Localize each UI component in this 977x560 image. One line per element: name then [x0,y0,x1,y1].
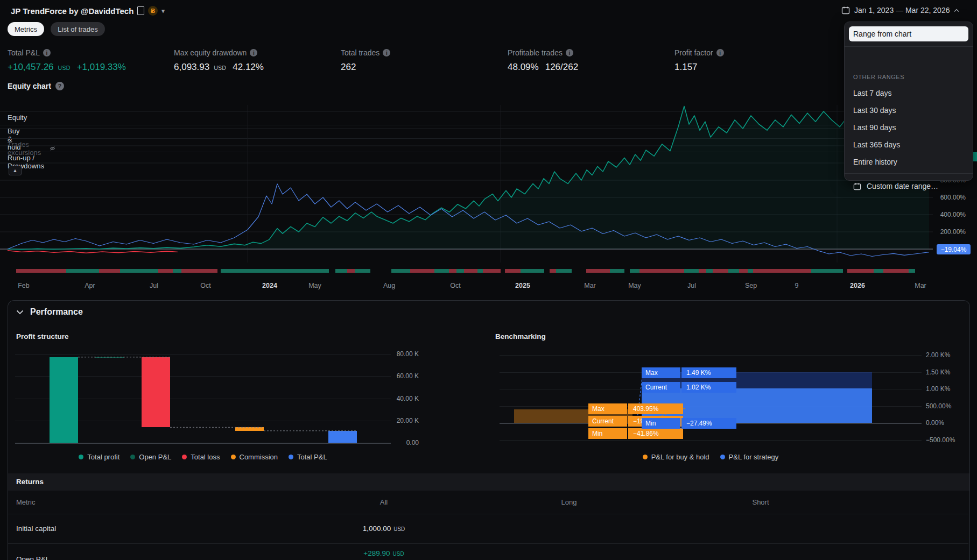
date-range-text: Jan 1, 2023 — Mar 22, 2026 [854,6,950,15]
profit-structure-legend: Total profitOpen P&LTotal lossCommission… [15,453,391,461]
trade-segment-win [391,269,410,273]
x-axis-label: Apr [85,282,95,289]
info-icon[interactable]: i [250,49,257,56]
help-icon[interactable]: ? [55,82,64,90]
col-header-metric[interactable]: Metric [16,498,35,506]
trade-segment-win [811,269,843,273]
menu-item-last-30-days[interactable]: Last 30 days [845,103,973,118]
performance-header[interactable]: Performance [16,307,83,317]
strategy-tester-page: JP TrendForce by @DaviddTech Ƀ ▾ Metrics… [0,0,977,560]
info-icon[interactable]: i [716,49,724,56]
y-axis-label: 0.00 [396,439,419,446]
trade-segment-win [874,269,883,273]
trade-segment-win [521,269,544,273]
col-header-all[interactable]: All [380,498,388,506]
legend-item[interactable]: P&L for buy & hold [643,453,709,461]
currency-suffix: USD [58,65,71,71]
metric-main-value: 6,093.93 [174,62,209,73]
metric-label: Profitable tradesi [508,48,578,57]
bar-open-p-l[interactable] [95,357,124,358]
legend-item[interactable]: Total loss [182,453,220,461]
menu-separator [845,46,973,47]
info-icon[interactable]: i [566,49,573,56]
trade-segment-win [748,269,753,273]
x-axis-label: Mar [584,282,596,289]
gridline [15,443,391,444]
trade-segment-loss [639,269,684,273]
trade-segment-win [477,269,483,273]
legend-label: P&L for strategy [729,453,779,461]
stat-value: 403.95% [628,403,683,414]
trade-segment-win [610,269,624,273]
row-metric-initial-capital: Initial capital [16,524,56,533]
menu-item-entire-history[interactable]: Entire history [845,154,973,169]
chevron-down-icon [16,310,24,315]
menu-group-label: OTHER RANGES [853,74,904,80]
bar-total-p-l[interactable] [328,431,357,443]
trade-segment-win [173,269,181,273]
info-icon[interactable]: i [383,49,390,56]
benchmarking-heading: Benchmarking [495,332,546,341]
tab-list-of-trades[interactable]: List of trades [51,22,104,36]
y-axis-label: 400.00% [938,211,966,218]
trade-segment-win [728,269,739,273]
menu-item-custom-date-range[interactable]: Custom date range… [845,179,973,194]
metric-max-equity-drawdown: Max equity drawdowni6,093.93USD42.12% [174,48,264,73]
trade-segment-loss [16,269,66,273]
bar-commission[interactable] [235,427,264,430]
legend-dot [182,455,187,459]
trade-segment-loss [449,269,456,273]
trade-segment-win [120,269,158,273]
strategy-stat-max: Max1.49 K% [642,367,736,378]
returns-section-band [8,473,970,491]
buy-hold-last-value-badge: −19.04% [937,244,971,254]
trade-segment-win [66,269,99,273]
stat-key: Max [642,367,680,378]
stat-key: Max [588,403,627,414]
legend-item[interactable]: P&L for strategy [720,453,779,461]
menu-item-last-365-days[interactable]: Last 365 days [845,137,973,152]
x-axis-label: Oct [200,282,210,289]
col-header-short[interactable]: Short [752,498,769,506]
y-axis-label: 200.00% [938,228,966,236]
y-axis-label: 20.00 K [396,417,419,424]
menu-item-last-7-days[interactable]: Last 7 days [845,86,973,101]
y-axis-label: 2.00 K% [926,351,964,359]
legend-label: Total loss [191,453,220,461]
trade-segment-loss [347,269,355,273]
col-header-long[interactable]: Long [561,498,577,506]
profit-structure-heading: Profit structure [16,332,69,341]
menu-item-last-90-days[interactable]: Last 90 days [845,120,973,135]
info-icon[interactable]: i [43,49,51,56]
trade-segment-loss [410,269,434,273]
y-axis-label: 600.00% [938,194,966,201]
legend-item[interactable]: Commission [231,453,278,461]
x-axis-label: 2026 [850,282,865,289]
strategy-title-text: JP TrendForce by @DaviddTech [11,6,133,16]
legend-item[interactable]: Total P&L [289,453,327,461]
metric-label-text: Total trades [341,48,379,57]
stat-key: Current [642,382,680,393]
strip-gap [624,269,630,273]
metric-value: 48.09%126/262 [508,62,578,73]
date-range-menu: Range from chart OTHER RANGES Last 7 day… [844,22,973,181]
strip-gap [572,269,586,273]
legend-dot [79,455,83,459]
legend-item[interactable]: Total profit [79,453,120,461]
date-range-control[interactable]: Jan 1, 2023 — Mar 22, 2026 [841,6,959,15]
equity-chart[interactable] [0,102,977,266]
tab-metrics[interactable]: Metrics [8,22,44,36]
legend-dot [231,455,236,459]
chevron-down-icon[interactable]: ▾ [161,8,165,15]
x-axis-label: Oct [450,282,460,289]
stat-value: −27.49% [681,418,736,429]
trade-segment-win [355,269,370,273]
legend-item[interactable]: Open P&L [130,453,171,461]
bar-total-profit[interactable] [50,357,78,443]
bar-total-loss[interactable] [142,357,170,428]
page-title: JP TrendForce by @DaviddTech Ƀ ▾ [11,6,165,16]
legend-label: Total profit [87,453,120,461]
metric-profitable-trades: Profitable tradesi48.09%126/262 [508,48,578,73]
menu-item-range-from-chart[interactable]: Range from chart [849,26,968,41]
metric-extra-value: 126/262 [545,62,578,73]
